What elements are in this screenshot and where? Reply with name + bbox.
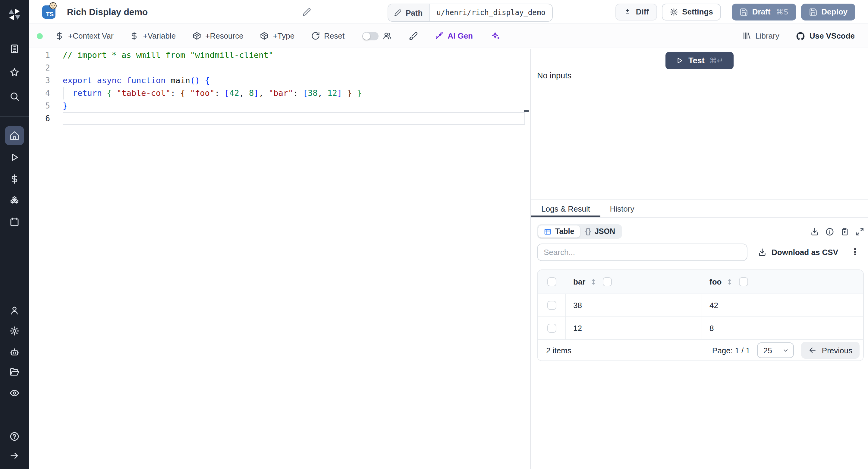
arrow-left-icon bbox=[809, 346, 817, 354]
sidebar-item-audit-logs[interactable] bbox=[9, 388, 20, 398]
reset-button[interactable]: Reset bbox=[311, 31, 344, 40]
expand-icon[interactable] bbox=[855, 227, 864, 236]
ai-gen-button[interactable]: AI Gen bbox=[434, 31, 473, 40]
sidebar-item-variables[interactable] bbox=[9, 174, 20, 184]
result-table: bar foo 3842128 2 items Page: 1 / 1 25 bbox=[537, 270, 864, 361]
items-count: 2 items bbox=[546, 346, 571, 355]
code-line[interactable]: export async function main() { bbox=[63, 74, 525, 87]
table-row[interactable]: 128 bbox=[538, 317, 863, 340]
add-context-var-button[interactable]: +Context Var bbox=[55, 31, 114, 40]
code-line[interactable]: } bbox=[63, 99, 525, 112]
sidebar-item-workspace[interactable] bbox=[9, 44, 20, 54]
sidebar-item-expand[interactable] bbox=[9, 450, 20, 461]
code-line[interactable]: return { "table-col": { "foo": [42, 8], … bbox=[63, 87, 525, 99]
toolbar-right: Library Use VScode bbox=[742, 31, 855, 41]
column-header-foo: foo bbox=[710, 277, 721, 286]
download-csv-button[interactable]: Download as CSV bbox=[758, 248, 838, 257]
sidebar-item-favorites[interactable] bbox=[9, 67, 20, 77]
path-value: u/henri/rich_display_demo bbox=[430, 4, 552, 21]
sidebar-item-help[interactable] bbox=[9, 431, 20, 442]
settings-button[interactable]: Settings bbox=[661, 3, 721, 20]
tab-logs-result[interactable]: Logs & Result bbox=[531, 200, 600, 217]
windmill-logo[interactable] bbox=[7, 7, 22, 22]
editor-toolbar: +Context Var +Variable +Resource +Type R… bbox=[29, 24, 868, 48]
tab-history[interactable]: History bbox=[600, 200, 644, 217]
toggle-knob bbox=[363, 32, 370, 39]
dollar-icon bbox=[130, 31, 139, 40]
line-number: 4 bbox=[29, 87, 50, 99]
indent-guide bbox=[63, 87, 64, 99]
test-button[interactable]: Test ⌘↵ bbox=[665, 52, 734, 69]
deploy-button[interactable]: Deploy bbox=[801, 3, 855, 20]
collaborators-button[interactable] bbox=[382, 31, 392, 40]
path-label-section[interactable]: Path bbox=[388, 4, 430, 21]
package-icon bbox=[260, 31, 269, 40]
table-body: 3842128 bbox=[538, 294, 863, 340]
add-resource-button[interactable]: +Resource bbox=[192, 31, 243, 40]
kebab-menu-icon[interactable]: ⋮ bbox=[850, 248, 860, 257]
sparkles-icon[interactable] bbox=[490, 31, 500, 41]
add-variable-button[interactable]: +Variable bbox=[130, 31, 176, 40]
select-all-checkbox[interactable] bbox=[547, 277, 556, 286]
windmill-script-editor: TS Rich Display demo Path u/henri/rich_d… bbox=[0, 0, 868, 469]
result-actions bbox=[810, 227, 866, 236]
result-tabbar: Logs & Result History bbox=[531, 199, 868, 218]
code-line[interactable] bbox=[63, 61, 525, 74]
code-line[interactable] bbox=[63, 112, 525, 125]
test-shortcut: ⌘↵ bbox=[710, 56, 723, 65]
view-json-option[interactable]: {} JSON bbox=[580, 225, 621, 238]
sidebar-item-runs[interactable] bbox=[9, 152, 20, 162]
sidebar-item-home[interactable] bbox=[9, 130, 20, 141]
diff-icon bbox=[623, 7, 632, 16]
column-checkbox[interactable] bbox=[739, 277, 748, 286]
library-button[interactable]: Library bbox=[742, 31, 779, 40]
topbar: TS Rich Display demo Path u/henri/rich_d… bbox=[29, 0, 868, 24]
previous-page-button[interactable]: Previous bbox=[801, 342, 860, 359]
diff-mode-toggle[interactable] bbox=[362, 32, 378, 40]
diff-button[interactable]: Diff bbox=[615, 3, 657, 20]
draft-button[interactable]: Draft ⌘S bbox=[732, 3, 796, 20]
package-icon bbox=[192, 31, 201, 40]
sidebar-divider bbox=[0, 28, 29, 28]
save-icon bbox=[809, 7, 817, 16]
sidebar-item-schedules[interactable] bbox=[9, 217, 20, 227]
language-badge: TS bbox=[46, 11, 56, 19]
users-icon bbox=[382, 31, 392, 40]
sort-icon[interactable] bbox=[590, 278, 597, 286]
row-checkbox[interactable] bbox=[547, 301, 556, 310]
info-icon[interactable] bbox=[825, 227, 834, 236]
sidebar-item-folders[interactable] bbox=[9, 367, 20, 377]
sidebar bbox=[0, 0, 29, 469]
sidebar-item-users[interactable] bbox=[9, 305, 20, 316]
line-number: 1 bbox=[29, 49, 50, 61]
download-icon[interactable] bbox=[810, 227, 819, 236]
line-number: 3 bbox=[29, 74, 50, 87]
path-control[interactable]: Path u/henri/rich_display_demo bbox=[388, 4, 553, 22]
download-icon bbox=[758, 248, 767, 257]
edit-summary-icon[interactable] bbox=[303, 8, 311, 16]
gear-icon bbox=[670, 7, 678, 16]
page-size-select[interactable]: 25 bbox=[757, 342, 794, 358]
use-vscode-button[interactable]: Use VScode bbox=[796, 31, 855, 41]
row-checkbox[interactable] bbox=[547, 324, 556, 333]
add-type-button[interactable]: +Type bbox=[260, 31, 295, 40]
view-table-option[interactable]: Table bbox=[538, 225, 580, 238]
sidebar-item-resources[interactable] bbox=[9, 196, 20, 206]
sidebar-item-settings[interactable] bbox=[9, 326, 20, 336]
sort-icon[interactable] bbox=[726, 278, 734, 286]
copy-clipboard-icon[interactable] bbox=[840, 227, 849, 236]
table-header: bar foo bbox=[538, 270, 863, 294]
refresh-icon bbox=[311, 31, 320, 40]
format-button[interactable] bbox=[408, 31, 417, 40]
code-area[interactable]: // import * as wmill from "windmill-clie… bbox=[63, 49, 525, 469]
view-toggle: Table {} JSON bbox=[537, 224, 622, 239]
code-line[interactable]: // import * as wmill from "windmill-clie… bbox=[63, 49, 525, 61]
edit-path-icon bbox=[394, 9, 401, 16]
search-input[interactable] bbox=[537, 244, 747, 261]
column-checkbox[interactable] bbox=[603, 277, 612, 286]
table-row[interactable]: 3842 bbox=[538, 294, 863, 317]
sidebar-item-workers[interactable] bbox=[9, 347, 20, 357]
code-editor[interactable]: 123456 // import * as wmill from "windmi… bbox=[29, 49, 530, 469]
page-title: Rich Display demo bbox=[67, 7, 148, 17]
sidebar-item-search[interactable] bbox=[9, 91, 20, 101]
